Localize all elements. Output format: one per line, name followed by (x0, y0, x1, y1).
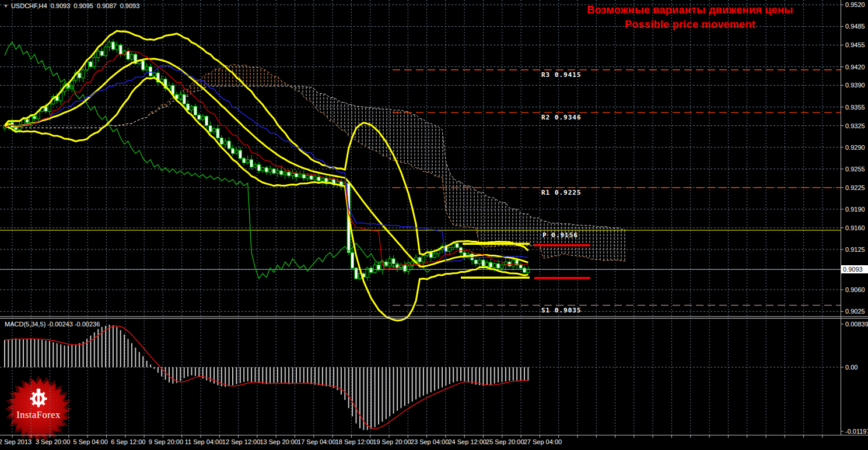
time-tick-label: 13 Sep 20:00 (260, 438, 298, 445)
mt4-chart-window: { "header": { "symbol_period": "USDCHF,H… (0, 0, 868, 450)
time-tick-label: 12 Sep 12:00 (222, 438, 260, 445)
bollinger-middle (5, 59, 528, 267)
ohlc-open: 0.9093 (51, 2, 71, 9)
level-label-r2: R2 0.9346 (541, 114, 582, 121)
ohlc-low: 0.9087 (97, 2, 117, 9)
price-movement-annotation: Возможные варианты движения цены Possibl… (575, 3, 806, 32)
price-tick-label: 0.9290 (845, 144, 865, 151)
band-flat-upper (463, 243, 530, 245)
time-tick-label: 5 Sep 04:00 (74, 438, 108, 445)
macd-tick-label: -0.01197 (845, 428, 868, 435)
chart-header-ohlc: ▼USDCHF,H40.90930.90950.90870.9093 (4, 2, 143, 9)
price-tick-label: 0.9455 (845, 41, 865, 48)
time-tick-label: 23 Sep 04:00 (411, 438, 449, 445)
ohlc-close: 0.9093 (120, 2, 140, 9)
macd-indicator-label: MACD(5,34,5) -0.00243 -0.00236 (5, 321, 100, 328)
annotation-en: Possible price movement (575, 17, 806, 32)
ichimoku-cloud (5, 65, 625, 262)
time-tick-label: 6 Sep 12:00 (111, 438, 145, 445)
band-flat-lower (461, 277, 530, 279)
price-tick-label: 0.9190 (845, 206, 865, 213)
macd-pane (4, 325, 528, 430)
price-tick-label: 0.9025 (845, 308, 865, 315)
time-tick-label: 2 Sep 2013 (0, 438, 32, 445)
pivot-levels: R3 0.9415R2 0.9346R1 0.9225P 0.9156S1 0.… (0, 70, 841, 314)
price-tick-label: 0.9160 (845, 224, 865, 231)
ohlc-high: 0.9095 (74, 2, 93, 9)
time-tick-label: 19 Sep 20:00 (373, 438, 411, 445)
time-axis: 2 Sep 20133 Sep 20:005 Sep 04:006 Sep 12… (0, 438, 562, 445)
time-tick-label: 11 Sep 04:00 (185, 438, 223, 445)
price-tick-label: 0.9060 (845, 286, 865, 293)
current-price-value: 0.9093 (843, 266, 863, 273)
symbol-period: USDCHF,H4 (11, 2, 47, 9)
level-label-s1: S1 0.9035 (541, 307, 582, 314)
price-axis: 0.95200.94850.94550.94200.93900.93550.93… (841, 1, 868, 435)
level-label-p: P 0.9156 (542, 231, 578, 239)
price-tick-label: 0.9225 (845, 184, 865, 191)
macd-tick-label: 0.00 (845, 364, 858, 371)
projection-lower (534, 277, 590, 279)
time-tick-label: 25 Sep 20:00 (486, 438, 524, 445)
price-tick-label: 0.9355 (845, 104, 865, 111)
time-tick-label: 9 Sep 20:00 (149, 438, 183, 445)
price-tick-label: 0.9520 (845, 1, 865, 8)
time-tick-label: 18 Sep 12:00 (335, 438, 373, 445)
price-tick-label: 0.9125 (845, 246, 865, 253)
level-label-r1: R1 0.9225 (541, 189, 582, 196)
price-tick-label: 0.9420 (845, 64, 865, 71)
price-tick-label: 0.9390 (845, 82, 865, 89)
frame (0, 0, 868, 438)
time-tick-label: 27 Sep 04:00 (524, 438, 562, 445)
time-tick-label: 3 Sep 20:00 (36, 438, 70, 445)
projection-upper (534, 244, 590, 247)
price-tick-label: 0.9485 (845, 23, 865, 30)
level-label-r3: R3 0.9415 (541, 71, 582, 79)
price-tick-label: 0.9255 (845, 166, 865, 173)
time-tick-label: 24 Sep 12:00 (448, 438, 486, 445)
annotation-ru: Возможные варианты движения цены (575, 3, 806, 17)
macd-tick-label: 0.00839 (845, 321, 868, 328)
time-tick-label: 17 Sep 04:00 (298, 438, 335, 445)
price-tick-label: 0.9325 (845, 122, 865, 129)
bollinger-upper (5, 31, 528, 255)
chart-expand-icon[interactable]: ▼ (4, 3, 8, 9)
chart-canvas: R3 0.9415R2 0.9346R1 0.9225P 0.9156S1 0.… (0, 0, 868, 450)
